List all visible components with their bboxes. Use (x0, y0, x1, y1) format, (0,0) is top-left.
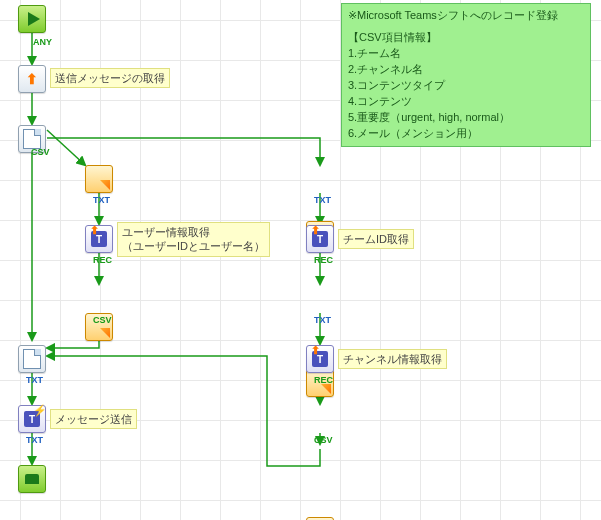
badge-any: ANY (32, 38, 53, 47)
badge-csv: CSV (30, 148, 51, 157)
start-node[interactable] (18, 5, 46, 33)
badge-txt: TXT (25, 436, 44, 445)
info-note: ※Microsoft Teamsシフトへのレコード登録 【CSV項目情報】 1.… (341, 3, 591, 147)
note-item: 3.コンテンツタイプ (348, 78, 584, 94)
up-arrow-icon: ⬆ (26, 72, 38, 86)
script-node[interactable] (85, 165, 113, 193)
teams-user-node[interactable]: ⬆T (85, 225, 113, 253)
badge-csv: CSV (92, 316, 113, 325)
note-item: 1.チーム名 (348, 46, 584, 62)
file-icon (23, 129, 41, 149)
label-user-info: ユーザー情報取得 （ユーザーIDとユーザー名） (117, 222, 270, 257)
teams-send-node[interactable]: ⚡T (18, 405, 46, 433)
label-line: ユーザー情報取得 (122, 225, 265, 239)
note-item: 2.チャンネル名 (348, 62, 584, 78)
up-arrow-icon: ⬆ (90, 225, 99, 236)
label-team-id: チームID取得 (338, 229, 414, 249)
up-arrow-icon: ⬆ (311, 345, 320, 356)
badge-txt: TXT (313, 196, 332, 205)
badge-csv: CSV (313, 436, 334, 445)
stop-icon (25, 474, 39, 484)
file-icon (23, 349, 41, 369)
badge-rec: REC (313, 376, 334, 385)
badge-rec: REC (313, 256, 334, 265)
label-get-message: 送信メッセージの取得 (50, 68, 170, 88)
badge-txt: TXT (25, 376, 44, 385)
up-arrow-icon: ⬆ (311, 225, 320, 236)
note-section: 【CSV項目情報】 (348, 30, 584, 46)
merge-file-node[interactable] (18, 345, 46, 373)
badge-txt: TXT (92, 196, 111, 205)
badge-txt: TXT (313, 316, 332, 325)
note-item: 6.メール（メンション用） (348, 126, 584, 142)
badge-rec: REC (92, 256, 113, 265)
file-input-node[interactable]: ⬆ (18, 65, 46, 93)
flow-canvas: { "note": { "title": "※Microsoft Teamsシフ… (0, 0, 601, 520)
teams-team-node[interactable]: ⬆T (306, 225, 334, 253)
play-icon (28, 12, 40, 26)
end-node[interactable] (18, 465, 46, 493)
svg-line-3 (47, 130, 85, 165)
note-title: ※Microsoft Teamsシフトへのレコード登録 (348, 8, 584, 24)
teams-channel-node[interactable]: ⬆T (306, 345, 334, 373)
label-channel-info: チャンネル情報取得 (338, 349, 447, 369)
note-item: 4.コンテンツ (348, 94, 584, 110)
note-item: 5.重要度（urgent, high, normal） (348, 110, 584, 126)
label-send-message: メッセージ送信 (50, 409, 137, 429)
label-line: （ユーザーIDとユーザー名） (122, 239, 265, 253)
bolt-icon: ⚡ (33, 404, 47, 417)
